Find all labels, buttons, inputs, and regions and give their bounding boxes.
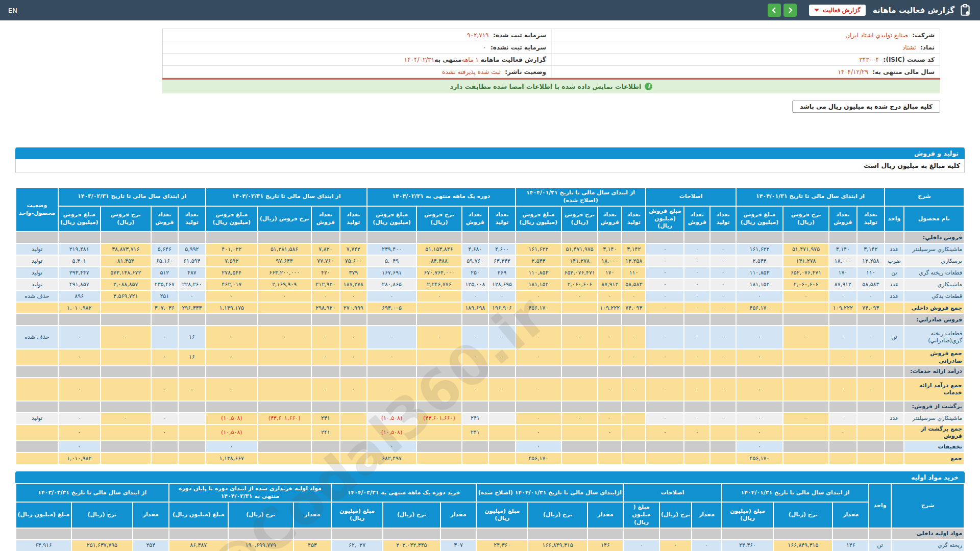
- column-header: مبلغ فروش (میلیون ریال): [737, 207, 782, 232]
- table-cell: ۱۸۷,۲۷۸: [340, 279, 366, 290]
- next-report-button[interactable]: [783, 4, 797, 17]
- table-cell: [258, 303, 311, 313]
- table-cell: [692, 529, 721, 539]
- table-cell: [588, 529, 623, 539]
- table-cell: ماشینکاري: [904, 279, 964, 290]
- table-cell: [857, 314, 885, 325]
- table-cell: [16, 441, 58, 452]
- table-cell: ۰: [857, 326, 885, 348]
- table-row: تخفیفات۰۰۰۰۰: [16, 441, 964, 452]
- table-cell: ضرب: [885, 256, 903, 266]
- table-cell: ۰: [684, 378, 709, 400]
- table-cell: ۳۸,۸۷۳,۷۱۶: [101, 244, 151, 255]
- table-cell: ۱۴۱,۲۷۸: [783, 256, 828, 266]
- column-header: تعداد فروش: [152, 207, 178, 232]
- info-cell-right: سال مالی منتهی به: ۱۴۰۴/۱۲/۲۹: [551, 66, 940, 78]
- table-cell: فروش داخلي:: [904, 232, 964, 243]
- table-cell: [829, 232, 856, 243]
- table-cell: تولید: [16, 279, 58, 290]
- chevron-left-icon: [771, 7, 777, 13]
- column-header: مبلغ فروش (میلیون ریال): [646, 207, 683, 232]
- table-cell: [72, 529, 132, 539]
- table-cell: [783, 314, 828, 325]
- table-cell: ۲,۰۸۸,۸۵۷: [101, 279, 151, 290]
- table-cell: ۰: [857, 291, 885, 302]
- report-type-dropdown[interactable]: گزارش فعالیت: [809, 5, 866, 16]
- column-group-header: از ابتدای سال مالی تا تاریخ ۱۴۰۴/۰۲/۳۱: [206, 188, 366, 206]
- table-cell: ۳,۵۶۹,۷۲۱: [101, 291, 151, 302]
- info-cell-right: کد صنعت (ISIC): ۳۴۳۰۰۴: [551, 54, 940, 65]
- table-cell: [516, 402, 561, 412]
- table-cell: [562, 378, 597, 400]
- table-cell: [598, 314, 621, 325]
- table-cell: ۲۴۱: [312, 413, 339, 424]
- table-cell: ۲۴۱: [462, 413, 488, 424]
- table-cell: ۰: [598, 378, 621, 400]
- table-cell: [16, 349, 58, 365]
- table-cell: ۵۱,۲۸۱,۵۸۶: [258, 244, 311, 255]
- table-cell: [441, 529, 476, 539]
- table-cell: ۰: [152, 378, 178, 400]
- table-cell: [59, 232, 100, 243]
- table-cell: [489, 425, 515, 441]
- table-cell: [417, 366, 461, 377]
- table-cell: [598, 453, 621, 464]
- table-cell: ۸۶,۳۸۷: [169, 540, 228, 551]
- table-cell: ۱۶۶,۸۴۹,۳۱۵: [774, 540, 832, 551]
- table-cell: [885, 314, 903, 325]
- table-cell: ۲۹۶,۳۳۳: [179, 303, 206, 313]
- table-cell: [340, 402, 366, 412]
- info-value: ۱۴۰۴/۰۲/۳۱: [404, 56, 435, 63]
- table-cell: [516, 314, 561, 325]
- table-cell: [684, 366, 709, 377]
- table-cell: ۶۵۲,۰۷۶,۴۷۱: [783, 267, 828, 278]
- table-cell: [462, 402, 488, 412]
- table-cell: [489, 441, 515, 452]
- column-group-header: واحد: [869, 484, 891, 527]
- language-switch-link[interactable]: EN: [8, 7, 17, 14]
- table-cell: ۰: [516, 291, 561, 302]
- column-header: نرخ (ریال): [774, 503, 832, 528]
- table-cell: ماشینکاري سرسیلندر: [904, 244, 964, 255]
- column-header: نرخ (ریال): [528, 503, 586, 528]
- table-cell: قطعات ریخته گري: [904, 267, 964, 278]
- table-cell: [417, 378, 461, 400]
- table-cell: [737, 402, 782, 412]
- table-cell: (۱۰,۵۰۸): [206, 425, 257, 441]
- table-cell: قطعات ریخته گري(صادراتي): [904, 326, 964, 348]
- table-cell: [258, 314, 311, 325]
- table-cell: [16, 402, 58, 412]
- table-cell: ریخته گري: [892, 540, 964, 551]
- chevron-down-icon: [814, 9, 819, 12]
- table-cell: [489, 453, 515, 464]
- table-cell: (۴۳,۶۰۱,۶۶۰): [258, 413, 311, 424]
- section-row: مواد اولیه داخلی: [16, 529, 964, 539]
- table-cell: [101, 402, 151, 412]
- column-header: مبلغ (میلیون ریال): [16, 503, 71, 528]
- previous-report-button[interactable]: [768, 4, 781, 17]
- company-info-row: کد صنعت (ISIC): ۳۴۳۰۰۴گزارش فعالیت ماهان…: [163, 54, 940, 66]
- table-cell: ۲۰۲,۰۴۲,۳۴۵: [383, 540, 440, 551]
- table-cell: [684, 402, 709, 412]
- table-cell: [783, 303, 828, 313]
- table-cell: تخفیفات: [904, 441, 964, 452]
- column-header: تعداد فروش: [598, 207, 621, 232]
- table-cell: [368, 402, 416, 412]
- total-row: جمع درآمد ارائه خدمات۰۰۰۰۰۰۰۰۰۰۰۰۰۰۰۰۰۰: [16, 378, 964, 400]
- table-cell: ۱۷۰: [829, 267, 856, 278]
- table-cell: ۰: [340, 291, 366, 302]
- table-cell: ۰: [646, 267, 683, 278]
- table-cell: [684, 453, 709, 464]
- table-cell: پرسکاري: [904, 256, 964, 266]
- table-cell: [417, 441, 461, 452]
- table-cell: [622, 366, 645, 377]
- table-cell: [332, 529, 382, 539]
- table-cell: ۴۵۶,۱۷۰: [516, 303, 561, 313]
- table-cell: [258, 232, 311, 243]
- table-cell: [857, 453, 885, 464]
- column-header: مقدار: [692, 503, 721, 528]
- table-cell: قطعات یدکي: [904, 291, 964, 302]
- table-cell: ۰: [684, 425, 709, 441]
- column-header: نرخ (ریال): [229, 503, 293, 528]
- column-header: مبلغ ( میلیون ریال): [624, 503, 659, 528]
